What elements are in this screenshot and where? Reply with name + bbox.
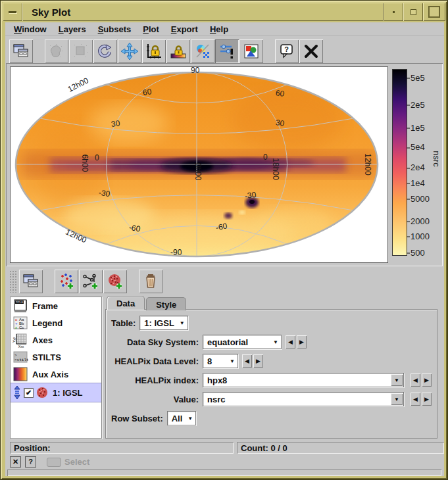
- lock-colors-button[interactable]: [166, 39, 190, 63]
- window-title: Sky Plot: [32, 7, 70, 18]
- add-healpix-layer-icon: [107, 273, 124, 290]
- colorbar-tick: 5e4: [407, 142, 425, 152]
- plot-panel: 90 60 60 30 30 0 0 -30 -30 -60 -60 -90 1…: [6, 63, 443, 266]
- close-button[interactable]: [299, 39, 323, 63]
- resize-square-button[interactable]: [69, 39, 93, 63]
- layer-item-axes[interactable]: XxxYyy Axes: [11, 331, 101, 348]
- colorbar-axis-label: nsrc: [432, 151, 441, 167]
- shade-icon: [393, 11, 395, 13]
- chevron-down-icon[interactable]: ▼: [391, 393, 403, 405]
- aux-axis-icon: [12, 366, 28, 382]
- svg-text:Yyy: Yyy: [12, 337, 16, 343]
- grat-label: 30: [111, 118, 120, 129]
- tab-style[interactable]: Style: [146, 297, 186, 310]
- layer-visibility-checkbox[interactable]: ✔: [24, 388, 34, 398]
- spinner-left-button[interactable]: ◀: [411, 373, 420, 387]
- add-healpix-layer-button[interactable]: [103, 270, 127, 293]
- menu-subsets[interactable]: Subsets: [92, 23, 137, 36]
- aux-visibility-icon: [194, 43, 211, 60]
- menu-export[interactable]: Export: [165, 23, 204, 36]
- count-readout: Count: 0 / 0: [237, 442, 444, 454]
- layer-item-label: Legend: [32, 318, 62, 328]
- menu-window[interactable]: Window: [8, 23, 53, 36]
- data-tab-panel: Table: 1: IGSL ▼ Data Sky System: equato…: [105, 309, 437, 439]
- layer-item-igsl[interactable]: ✔ 1: IGSL: [11, 383, 101, 402]
- grat-label: 12h00: [363, 153, 372, 175]
- svg-text:>stilts: >stilts: [14, 358, 28, 362]
- grat-label: 0: [263, 153, 268, 162]
- sliders-alert-button[interactable]: [215, 39, 239, 63]
- status-bar: Position: Count: 0 / 0: [5, 442, 444, 454]
- toolbar-drag-handle[interactable]: [9, 270, 16, 293]
- colorbar-tick: 500: [407, 248, 425, 258]
- replot-button[interactable]: [93, 39, 117, 63]
- navigation-hint-bar: ✕ ? Select: [10, 456, 439, 468]
- lock-axes-button[interactable]: [142, 39, 166, 63]
- value-combobox[interactable]: nsrc ▼: [203, 392, 404, 406]
- recenter-icon: [121, 43, 138, 60]
- maximize-button[interactable]: [423, 3, 445, 21]
- grat-label: 0h00: [193, 163, 203, 181]
- layer-item-label: STILTS: [32, 352, 61, 362]
- export-image-button[interactable]: [239, 39, 263, 63]
- table-label: Table:: [111, 318, 136, 328]
- layer-windows-button[interactable]: [19, 270, 43, 293]
- grat-label: 6h00: [80, 155, 89, 172]
- grat-label: 60: [275, 88, 285, 99]
- layer-item-frame[interactable]: TITLE Frame: [11, 297, 101, 314]
- spinner-right-button[interactable]: ▶: [297, 335, 307, 348]
- grat-label: 18h00: [271, 158, 280, 180]
- row-subset-field: Row Subset: All ▼: [111, 410, 433, 426]
- close-icon: [303, 43, 320, 60]
- menu-help[interactable]: Help: [204, 23, 234, 36]
- healpix-level-combobox[interactable]: 8 ▼: [203, 354, 238, 368]
- tab-data[interactable]: Data: [107, 296, 145, 310]
- delete-layer-button[interactable]: [139, 270, 162, 293]
- shade-button[interactable]: [384, 3, 403, 21]
- layer-item-stilts[interactable]: >>stilts STILTS: [11, 348, 101, 366]
- chevron-down-icon[interactable]: ▼: [391, 374, 403, 386]
- add-position-layer-button[interactable]: [55, 270, 78, 293]
- healpix-level-spinner: ◀ ▶: [242, 354, 264, 368]
- spinner-right-button[interactable]: ▶: [422, 393, 432, 406]
- spinner-left-button[interactable]: ◀: [242, 354, 252, 368]
- spinner-left-button[interactable]: ◀: [411, 393, 420, 406]
- windows-button[interactable]: [9, 39, 33, 63]
- window-menu-button[interactable]: [3, 3, 22, 21]
- row-subset-combobox[interactable]: All ▼: [167, 411, 197, 425]
- reorder-handle-icon[interactable]: [12, 385, 22, 400]
- spinner-left-button[interactable]: ◀: [286, 335, 295, 348]
- sky-system-combobox[interactable]: equatorial ▼: [203, 335, 282, 349]
- chevron-down-icon: ▼: [273, 339, 278, 345]
- healpix-layer-icon: [36, 386, 49, 399]
- layer-item-legend[interactable]: oAa+BbxCc Legend: [11, 314, 101, 331]
- add-pair-layer-button[interactable]: [79, 270, 103, 293]
- layer-item-aux-axis[interactable]: Aux Axis: [11, 366, 101, 383]
- help-hint-button[interactable]: ?: [25, 456, 36, 468]
- grat-label: -30: [98, 188, 111, 199]
- layer-item-label: Axes: [32, 335, 53, 345]
- replot-icon: [97, 43, 114, 60]
- help-icon: ?: [278, 43, 295, 60]
- healpix-index-combobox[interactable]: hpx8 ▼: [203, 373, 404, 387]
- spinner-right-button[interactable]: ▶: [253, 354, 263, 368]
- layer-item-label: Aux Axis: [32, 370, 68, 379]
- minimize-button[interactable]: [403, 3, 423, 21]
- aux-visibility-button[interactable]: [191, 39, 214, 63]
- colorbar-tick: 1000: [407, 231, 430, 241]
- healpix-index-field: HEALPix index: hpx8 ▼ ◀ ▶: [111, 372, 433, 388]
- table-combobox[interactable]: 1: IGSL ▼: [139, 316, 187, 330]
- spinner-right-button[interactable]: ▶: [422, 373, 432, 387]
- lock-colors-icon: [170, 43, 187, 60]
- sky-plot-area[interactable]: 90 60 60 30 30 0 0 -30 -30 -60 -60 -90 1…: [10, 66, 388, 263]
- close-hint-button[interactable]: ✕: [10, 456, 21, 468]
- menu-plot[interactable]: Plot: [137, 23, 165, 36]
- help-button[interactable]: ?: [275, 39, 299, 63]
- add-pair-layer-icon: [82, 273, 99, 290]
- position-readout: Position:: [10, 442, 234, 454]
- grat-label: 0: [95, 153, 99, 162]
- colorbar-tick: 5e5: [407, 72, 425, 82]
- resize-blob-button[interactable]: [45, 39, 68, 63]
- recenter-button[interactable]: [118, 39, 141, 63]
- menu-layers[interactable]: Layers: [53, 23, 92, 36]
